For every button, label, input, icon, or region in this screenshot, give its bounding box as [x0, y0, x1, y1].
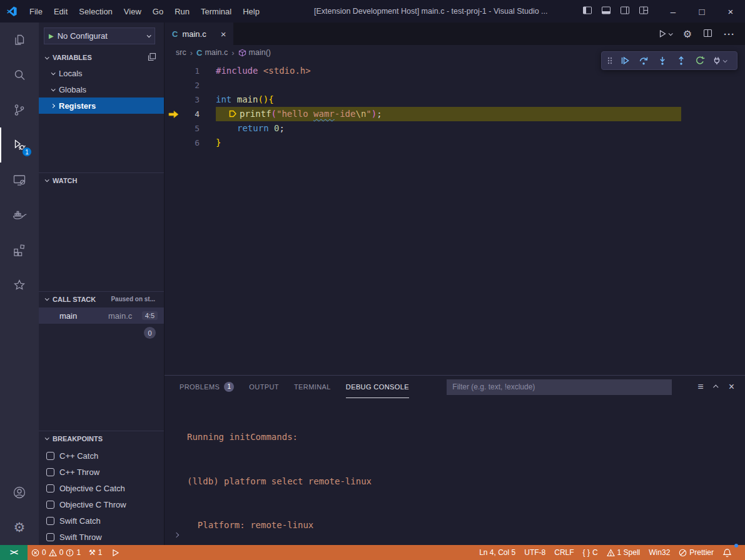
- menu-terminal[interactable]: Terminal: [195, 0, 237, 22]
- tab-main-c[interactable]: C main.c ×: [165, 22, 233, 45]
- breakpoint-objc-throw[interactable]: Objective C Throw: [39, 496, 164, 512]
- tab-output[interactable]: OUTPUT: [249, 376, 279, 398]
- activity-remote-explorer[interactable]: [0, 162, 39, 198]
- checkbox[interactable]: [46, 533, 54, 541]
- breakpoint-swift-catch[interactable]: Swift Catch: [39, 512, 164, 529]
- language-indicator[interactable]: { } C: [579, 545, 602, 560]
- activity-source-control[interactable]: [0, 92, 39, 128]
- toggle-secondary-sidebar-button[interactable]: [620, 6, 630, 17]
- checkbox[interactable]: [46, 517, 54, 525]
- activity-extensions[interactable]: [0, 232, 39, 268]
- chevron-down-icon: [147, 33, 151, 38]
- glyph-margin[interactable]: [165, 121, 183, 136]
- callstack-frame-row[interactable]: main main.c 4:5: [39, 308, 164, 324]
- activity-docker[interactable]: [0, 198, 39, 232]
- menu-go[interactable]: Go: [147, 0, 169, 22]
- tab-terminal[interactable]: TERMINAL: [294, 376, 331, 398]
- more-actions-button[interactable]: ···: [724, 29, 735, 39]
- debug-console-input[interactable]: [175, 529, 178, 539]
- tasks-indicator[interactable]: ⚒ 1: [84, 545, 106, 560]
- breakpoint-label: Swift Throw: [59, 532, 102, 542]
- encoding-indicator[interactable]: UTF-8: [520, 545, 550, 560]
- maximize-panel-icon[interactable]: [713, 384, 718, 389]
- debug-config-dropdown[interactable]: ▶ No Configurat: [44, 28, 155, 44]
- activity-search[interactable]: [0, 58, 39, 92]
- step-over-button[interactable]: [635, 52, 652, 69]
- notifications-bell[interactable]: [718, 545, 736, 560]
- chevron-right-icon: [51, 103, 55, 108]
- variables-section-header[interactable]: VARIABLES: [39, 50, 164, 65]
- glyph-margin[interactable]: [165, 92, 183, 107]
- breadcrumb-file[interactable]: C main.c: [196, 48, 228, 58]
- token-string: "hello: [276, 109, 313, 119]
- variables-item-registers[interactable]: Registers: [39, 98, 164, 114]
- checkbox[interactable]: [46, 452, 54, 460]
- split-editor-button[interactable]: [703, 29, 712, 39]
- continue-button[interactable]: [616, 52, 634, 69]
- cursor-position[interactable]: Ln 4, Col 5: [475, 545, 520, 560]
- debug-status-button[interactable]: [107, 545, 124, 560]
- glyph-margin[interactable]: [165, 107, 183, 121]
- menu-edit[interactable]: Edit: [48, 0, 73, 22]
- breakpoint-cpp-throw[interactable]: C++ Throw: [39, 464, 164, 480]
- minimize-button[interactable]: –: [659, 0, 687, 22]
- close-panel-icon[interactable]: ×: [729, 381, 734, 392]
- checkbox[interactable]: [46, 468, 54, 476]
- activity-settings[interactable]: ⚙: [0, 510, 39, 545]
- restart-button[interactable]: [691, 52, 709, 69]
- platform-indicator[interactable]: Win32: [644, 545, 674, 560]
- code-line-2: 2: [165, 78, 745, 92]
- editor-settings-button[interactable]: ⚙: [683, 28, 692, 40]
- chevron-down-icon: [45, 178, 49, 182]
- breakpoint-swift-throw[interactable]: Swift Throw: [39, 529, 164, 545]
- debug-line-pointer-icon[interactable]: [228, 108, 237, 122]
- step-out-button[interactable]: [672, 52, 690, 69]
- tab-debug-console[interactable]: DEBUG CONSOLE: [346, 376, 409, 398]
- checkbox[interactable]: [46, 484, 54, 492]
- breadcrumb-symbol[interactable]: main(): [238, 48, 271, 57]
- menu-help[interactable]: Help: [237, 0, 265, 22]
- activity-favorites[interactable]: [0, 268, 39, 302]
- close-button[interactable]: ×: [716, 0, 745, 22]
- output-options-icon[interactable]: ≡: [697, 381, 703, 392]
- spell-checker-status[interactable]: 1 Spell: [602, 545, 645, 560]
- callstack-section-header[interactable]: CALL STACK Paused on st...: [39, 291, 164, 306]
- run-file-button[interactable]: [658, 29, 672, 38]
- menu-selection[interactable]: Selection: [73, 0, 118, 22]
- disconnect-button[interactable]: [710, 52, 727, 69]
- checkbox[interactable]: [46, 501, 54, 509]
- breakpoints-section-header[interactable]: BREAKPOINTS: [39, 431, 164, 446]
- glyph-margin[interactable]: [165, 78, 183, 92]
- customize-layout-button[interactable]: [639, 6, 649, 17]
- gripper-icon[interactable]: [605, 56, 615, 66]
- menu-file[interactable]: File: [24, 0, 48, 22]
- tab-problems[interactable]: PROBLEMS 1: [180, 376, 234, 398]
- problems-status[interactable]: 0 0 1: [28, 545, 84, 560]
- eol-indicator[interactable]: CRLF: [550, 545, 578, 560]
- token-brackets: (){: [258, 94, 273, 104]
- activity-explorer[interactable]: [0, 22, 39, 58]
- step-into-button[interactable]: [654, 52, 671, 69]
- variables-item-globals[interactable]: Globals: [39, 81, 164, 98]
- formatter-indicator[interactable]: Prettier: [674, 545, 718, 560]
- variables-item-locals[interactable]: Locals: [39, 65, 164, 81]
- debug-console-filter-input[interactable]: [447, 379, 672, 395]
- glyph-margin[interactable]: [165, 64, 183, 78]
- breakpoint-cpp-catch[interactable]: C++ Catch: [39, 448, 164, 464]
- menu-run[interactable]: Run: [169, 0, 195, 22]
- start-debug-icon[interactable]: ▶: [49, 32, 54, 39]
- remote-indicator[interactable]: ><: [0, 545, 28, 560]
- glyph-margin[interactable]: [165, 136, 183, 150]
- activity-accounts[interactable]: [0, 475, 39, 510]
- menu-view[interactable]: View: [118, 0, 147, 22]
- breadcrumb-src[interactable]: src: [176, 48, 186, 57]
- close-tab-icon[interactable]: ×: [221, 29, 226, 39]
- variables-section-icon[interactable]: [148, 52, 164, 62]
- toggle-sidebar-button[interactable]: [582, 6, 592, 17]
- maximize-button[interactable]: □: [687, 0, 716, 22]
- breakpoint-objc-catch[interactable]: Objective C Catch: [39, 480, 164, 496]
- watch-section-header[interactable]: WATCH: [39, 172, 164, 188]
- toggle-panel-button[interactable]: [601, 6, 611, 17]
- code-editor[interactable]: 1 #include <stdio.h> 2 3 int main(){ 4 p…: [165, 60, 745, 375]
- activity-run-debug[interactable]: 1: [0, 128, 39, 162]
